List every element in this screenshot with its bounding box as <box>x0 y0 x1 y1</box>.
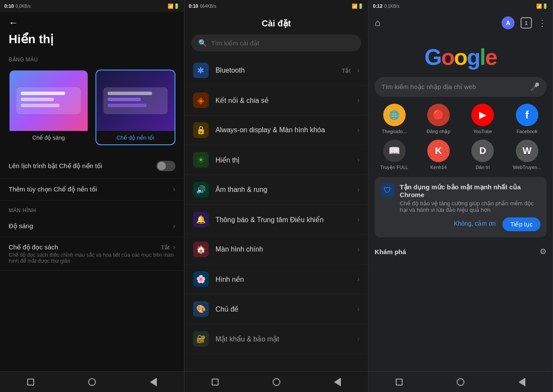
schedule-toggle[interactable] <box>156 161 175 171</box>
explore-row: Khám phá ⚙ <box>369 243 553 260</box>
settings-search-input[interactable]: Tìm kiếm cài đặt <box>211 39 259 47</box>
shortcut-thegioido[interactable]: 🌐 Thegioido... <box>375 104 413 134</box>
status-time-3: 0:12 <box>373 3 382 9</box>
theme-label-dark: Chế độ nền tối <box>96 131 175 144</box>
status-bar-1: 0:10 0,0KB/s 📶🔋 <box>0 0 184 12</box>
nav-recents-button-3[interactable] <box>392 375 406 389</box>
nav-triangle-icon-2 <box>334 378 341 386</box>
chrome-tab-count[interactable]: 1 <box>521 17 532 29</box>
nav-triangle-icon-3 <box>518 378 525 386</box>
google-logo: Google <box>377 44 544 70</box>
nav-recents-button[interactable] <box>24 375 38 389</box>
nav-home-button[interactable] <box>85 375 99 389</box>
chrome-card-cancel-button[interactable]: Không, cảm ơn <box>454 217 496 231</box>
chrome-card-continue-button[interactable]: Tiếp tục <box>502 217 540 231</box>
thong-bao-content: Thông báo & Trung tâm Điều khiển <box>216 216 350 224</box>
chrome-header: ⌂ A 1 ⋮ <box>369 12 553 34</box>
google-g2: g <box>467 45 480 70</box>
chu-de-label: Chủ đề <box>216 305 350 313</box>
status-data-3: 0,1KB/s <box>384 4 399 9</box>
settings-item-bluetooth[interactable]: ✱ Bluetooth Tắt › <box>184 56 369 86</box>
chrome-more-icon[interactable]: ⋮ <box>538 18 547 28</box>
settings-title: Cài đặt <box>184 12 369 30</box>
google-logo-wrap: Google <box>369 34 553 77</box>
nav-back-button-3[interactable] <box>515 375 529 389</box>
nav-bar-3 <box>369 371 553 392</box>
shortcut-kenh14[interactable]: K Kenh14 <box>419 140 458 170</box>
chrome-avatar[interactable]: A <box>502 16 515 29</box>
status-bar-3: 0:12 0,1KB/s 📶🔋 <box>369 0 553 12</box>
preview-bar-2 <box>21 98 54 101</box>
ket-noi-content: Kết nối & chia sẻ <box>216 96 350 105</box>
settings-item-mat-khau[interactable]: 🔐 Mật khẩu & bảo mật › <box>184 324 369 354</box>
bluetooth-badge: Tắt <box>342 67 350 74</box>
chu-de-chevron-icon: › <box>357 305 359 313</box>
settings-item-always-on[interactable]: 🔒 Always-on display & Màn hình khóa › <box>184 115 369 145</box>
status-left-3: 0:12 0,1KB/s <box>373 3 399 9</box>
hien-thi-chevron-icon: › <box>357 156 359 164</box>
settings-item-thong-bao[interactable]: 🔔 Thông báo & Trung tâm Điều khiển › <box>184 205 369 235</box>
bluetooth-chevron-icon: › <box>357 67 359 74</box>
settings-item-hinh-nen[interactable]: 🌸 Hình nền › <box>184 265 369 294</box>
truyen-label: Truyện FULL <box>380 165 408 170</box>
explore-settings-icon[interactable]: ⚙ <box>540 247 547 256</box>
google-g: G <box>425 45 441 70</box>
bluetooth-icon: ✱ <box>193 63 209 78</box>
settings-search-bar[interactable]: 🔍 Tìm kiếm cài đặt <box>191 35 362 51</box>
settings-item-am-thanh[interactable]: 🔊 Âm thanh & rung › <box>184 175 369 205</box>
preview-ui-dark <box>103 87 168 114</box>
settings-item-hien-thi[interactable]: ☀ Hiển thị › <box>184 145 369 175</box>
shortcut-dantri[interactable]: D Dân trí <box>463 140 502 170</box>
chrome-search-input[interactable]: Tìm kiếm hoặc nhập địa chỉ web <box>381 83 526 91</box>
theme-label-light: Chế độ sáng <box>10 131 88 144</box>
nav-triangle-icon <box>150 378 157 386</box>
status-data-1: 0,0KB/s <box>16 4 31 9</box>
preview-bar-4 <box>108 92 152 95</box>
theme-card-dark[interactable]: Chế độ nền tối <box>95 70 175 145</box>
nav-home-button-3[interactable] <box>454 375 467 389</box>
settings-item-chu-de[interactable]: 🎨 Chủ đề › <box>184 294 369 324</box>
panel1-header: ← <box>0 12 184 32</box>
panel1-content: ← Hiển thị BẢNG MÀU Chế độ sáng <box>0 12 184 371</box>
chrome-search-bar[interactable]: Tìm kiếm hoặc nhập địa chỉ web 🎤 <box>375 77 547 97</box>
status-icons-3: 📶🔋 <box>536 3 548 9</box>
settings-item-ket-noi[interactable]: ◈ Kết nối & chia sẻ › <box>184 86 369 115</box>
nav-recents-button-2[interactable] <box>208 375 222 389</box>
shortcut-facebook[interactable]: f Facebook <box>508 104 547 134</box>
reading-mode-row[interactable]: Chế độ đọc sách Tắt › Chế độ đọc sách đi… <box>0 237 184 271</box>
chrome-home-icon[interactable]: ⌂ <box>375 17 380 29</box>
schedule-dark-mode-row[interactable]: Lên lịch trình bật Chế độ nền tối <box>0 154 184 178</box>
mat-khau-label: Mật khẩu & bảo mật <box>216 335 350 343</box>
back-button[interactable]: ← <box>9 17 18 29</box>
hinh-nen-icon: 🌸 <box>193 271 209 287</box>
reading-mode-label: Chế độ đọc sách <box>9 243 161 251</box>
theme-card-light[interactable]: Chế độ sáng <box>9 70 89 145</box>
theme-preview-dark <box>96 70 175 131</box>
shortcut-dangnhap[interactable]: 🔴 Đăng nhập <box>419 104 458 134</box>
chrome-right-icons: A 1 ⋮ <box>502 16 547 29</box>
preview-bar-6 <box>108 104 146 107</box>
chrome-card-text-wrap: Tận dụng mức bảo mật mạnh nhất của Chrom… <box>400 183 540 213</box>
settings-search-wrap: 🔍 Tìm kiếm cài đặt <box>184 30 369 56</box>
panel-chrome-browser: 0:12 0,1KB/s 📶🔋 ⌂ A 1 ⋮ Google Tìm kiếm … <box>369 0 553 392</box>
shortcut-webtruyen[interactable]: W WebTruyen... <box>508 140 547 170</box>
theme-preview-light <box>10 70 88 131</box>
status-left-1: 0:10 0,0KB/s <box>4 3 31 9</box>
shortcut-truyen[interactable]: 📖 Truyện FULL <box>375 140 413 170</box>
nav-home-button-2[interactable] <box>270 375 283 389</box>
shortcut-youtube[interactable]: ▶ YouTube <box>463 104 502 134</box>
chrome-shield-icon: 🛡 <box>381 183 394 197</box>
nav-back-button[interactable] <box>146 375 160 389</box>
mic-icon[interactable]: 🎤 <box>530 82 540 92</box>
nav-back-button-2[interactable] <box>331 375 344 389</box>
hinh-nen-label: Hình nền <box>216 275 350 284</box>
man-hinh-chinh-icon: 🏠 <box>193 242 209 257</box>
mat-khau-content: Mật khẩu & bảo mật <box>216 335 350 343</box>
section-label-man-hinh: MÀN HÌNH <box>0 201 184 215</box>
page-title-display: Hiển thị <box>0 32 184 53</box>
facebook-label: Facebook <box>517 129 537 134</box>
custom-dark-mode-row[interactable]: Thêm tùy chọn Chế độ nền tối › <box>0 178 184 201</box>
brightness-row[interactable]: Độ sáng › <box>0 215 184 237</box>
shortcuts-grid: 🌐 Thegioido... 🔴 Đăng nhập ▶ YouTube f <box>369 104 553 177</box>
settings-item-man-hinh-chinh[interactable]: 🏠 Màn hình chính › <box>184 235 369 265</box>
